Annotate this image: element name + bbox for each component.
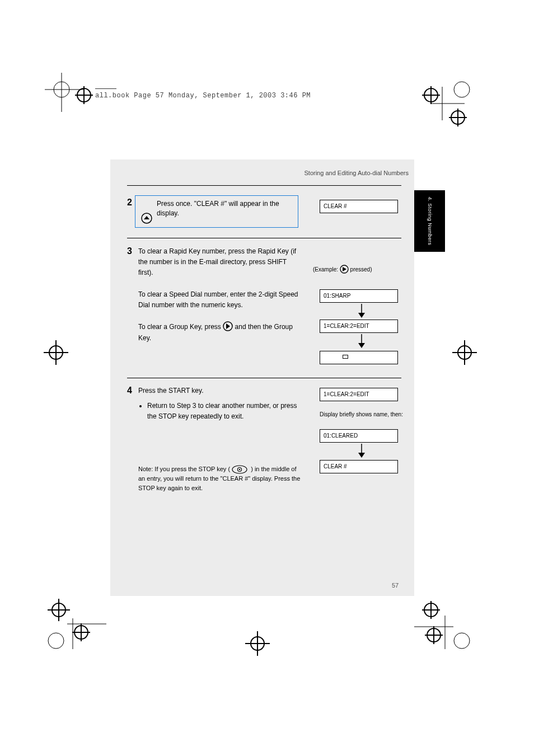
header-overline [95,88,116,89]
down-arrow-icon [357,334,367,349]
side-tab: 4. Storing Numbers [414,190,445,252]
down-arrow-icon [357,304,367,318]
crop-mark-bc [241,627,274,660]
svg-point-24 [48,633,64,649]
page-body: Storing and Editing Auto-dial Numbers 2 … [110,159,414,596]
step-4-line-1: Press the START key. [138,387,203,395]
step-2-text-prefix: Press [157,200,176,208]
display-blank-square [320,351,398,364]
step-2-number: 2 [127,198,132,208]
crop-mark-tl [45,73,101,129]
caption-briefly-shows: Display briefly shows name, then: [320,411,404,418]
page-number: 57 [392,582,399,589]
step-4-note-prefix: Note: If you press the STOP key ( [138,466,230,472]
step-3-line-2: To clear a Speed Dial number, enter the … [138,290,298,309]
step-3-line-3-prefix: To clear a Group Key, press [138,323,223,331]
right-arrow-icon [340,265,349,274]
crop-mark-tr [414,73,481,140]
right-arrow-icon [223,321,233,331]
display-clear-1: CLEAR # [320,200,398,213]
step-4-number: 4 [127,386,132,396]
svg-point-11 [454,82,470,97]
example-caption: (Example: pressed) [313,265,402,274]
rule-3 [127,378,401,378]
down-arrow-icon [357,444,367,458]
display-name: 01:SHARP [320,289,398,303]
stop-icon [232,465,247,474]
page-header-title: Storing and Editing Auto-dial Numbers [305,170,409,176]
svg-point-35 [454,633,470,649]
step-3-body: To clear a Rapid Key number, press the R… [138,246,301,344]
up-arrow-icon [141,213,152,224]
step-3-line-1: To clear a Rapid Key number, press the R… [138,247,296,276]
crop-mark-mr [448,336,481,369]
step-3-number: 3 [127,246,132,256]
rule-2 [127,238,401,238]
display-cleared: 01:CLEARED [320,429,398,443]
side-tab-label: 4. Storing Numbers [427,197,433,246]
rule-1 [127,185,401,186]
step-2-box: Press once. "CLEAR #" will appear in the… [135,195,298,228]
cursor-box-icon [343,355,348,359]
crop-mark-bl [39,593,106,660]
display-clear-2: CLEAR # [320,460,398,473]
display-clear-edit-1: 1=CLEAR:2=EDIT [320,320,398,333]
crop-mark-ml [39,336,73,369]
book-header: all.book Page 57 Monday, September 1, 20… [95,92,311,100]
crop-mark-br [414,593,481,660]
svg-point-50 [239,469,240,470]
step-4-line-2: Return to Step 3 to clear another number… [147,401,301,422]
step-4-body: Press the START key. Return to Step 3 to… [138,386,301,422]
display-clear-edit-2: 1=CLEAR:2=EDIT [320,388,398,401]
step-4-note: Note: If you press the STOP key ( ) in t… [138,464,301,492]
